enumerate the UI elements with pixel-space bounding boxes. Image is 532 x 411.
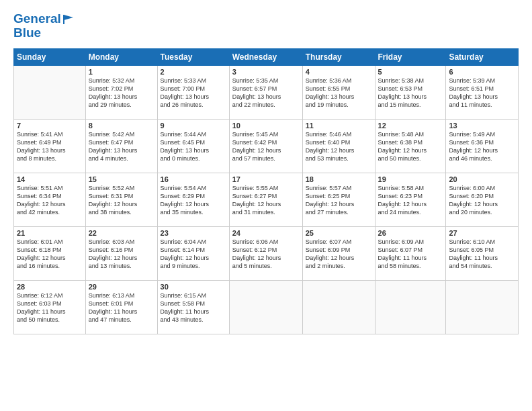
day-number: 22 (89, 229, 154, 237)
day-number: 26 (378, 229, 443, 237)
calendar-table: SundayMondayTuesdayWednesdayThursdayFrid… (13, 48, 519, 334)
calendar-cell (229, 280, 302, 334)
calendar-cell: 12Sunrise: 5:48 AM Sunset: 6:38 PM Dayli… (375, 119, 446, 173)
calendar-cell: 27Sunrise: 6:10 AM Sunset: 6:05 PM Dayli… (446, 226, 519, 280)
day-info: Sunrise: 6:03 AM Sunset: 6:16 PM Dayligh… (89, 238, 154, 271)
day-info: Sunrise: 5:41 AM Sunset: 6:49 PM Dayligh… (17, 130, 83, 163)
weekday-saturday: Saturday (446, 48, 519, 65)
day-number: 20 (449, 175, 515, 183)
day-info: Sunrise: 5:51 AM Sunset: 6:34 PM Dayligh… (17, 184, 83, 217)
day-info: Sunrise: 6:07 AM Sunset: 6:09 PM Dayligh… (306, 238, 372, 271)
day-info: Sunrise: 5:52 AM Sunset: 6:31 PM Dayligh… (89, 184, 154, 217)
calendar-cell: 21Sunrise: 6:01 AM Sunset: 6:18 PM Dayli… (14, 226, 86, 280)
calendar-cell: 24Sunrise: 6:06 AM Sunset: 6:12 PM Dayli… (229, 226, 302, 280)
day-info: Sunrise: 5:48 AM Sunset: 6:38 PM Dayligh… (378, 130, 443, 163)
day-info: Sunrise: 5:58 AM Sunset: 6:23 PM Dayligh… (378, 184, 443, 217)
day-number: 2 (161, 68, 226, 76)
day-info: Sunrise: 5:35 AM Sunset: 6:57 PM Dayligh… (232, 77, 300, 109)
calendar-cell (14, 65, 86, 119)
day-info: Sunrise: 6:15 AM Sunset: 5:58 PM Dayligh… (161, 291, 226, 324)
calendar-cell: 4Sunrise: 5:36 AM Sunset: 6:55 PM Daylig… (302, 65, 375, 119)
calendar-cell: 16Sunrise: 5:54 AM Sunset: 6:29 PM Dayli… (157, 173, 229, 226)
calendar-cell: 13Sunrise: 5:49 AM Sunset: 6:36 PM Dayli… (446, 119, 519, 173)
calendar-cell: 17Sunrise: 5:55 AM Sunset: 6:27 PM Dayli… (229, 173, 302, 226)
header: General Blue (13, 12, 519, 40)
day-number: 14 (17, 175, 83, 183)
day-info: Sunrise: 5:38 AM Sunset: 6:53 PM Dayligh… (378, 77, 443, 109)
weekday-friday: Friday (375, 48, 446, 65)
day-number: 7 (17, 122, 83, 130)
calendar-cell: 6Sunrise: 5:39 AM Sunset: 6:51 PM Daylig… (446, 65, 519, 119)
day-number: 24 (232, 229, 300, 237)
day-number: 10 (232, 122, 300, 130)
day-info: Sunrise: 6:13 AM Sunset: 6:01 PM Dayligh… (89, 291, 154, 324)
day-info: Sunrise: 5:39 AM Sunset: 6:51 PM Dayligh… (449, 77, 515, 109)
day-number: 16 (161, 175, 226, 183)
day-number: 11 (306, 122, 372, 130)
calendar-cell (302, 280, 375, 334)
day-info: Sunrise: 5:54 AM Sunset: 6:29 PM Dayligh… (161, 184, 226, 217)
day-info: Sunrise: 6:04 AM Sunset: 6:14 PM Dayligh… (161, 238, 226, 271)
calendar-cell: 10Sunrise: 5:45 AM Sunset: 6:42 PM Dayli… (229, 119, 302, 173)
day-number: 1 (89, 68, 154, 76)
day-number: 8 (89, 122, 154, 130)
day-info: Sunrise: 6:01 AM Sunset: 6:18 PM Dayligh… (17, 238, 83, 271)
week-row-4: 28Sunrise: 6:12 AM Sunset: 6:03 PM Dayli… (14, 280, 519, 334)
weekday-header-row: SundayMondayTuesdayWednesdayThursdayFrid… (14, 48, 519, 65)
week-row-1: 7Sunrise: 5:41 AM Sunset: 6:49 PM Daylig… (14, 119, 519, 173)
calendar-cell: 2Sunrise: 5:33 AM Sunset: 7:00 PM Daylig… (157, 65, 229, 119)
calendar-cell: 5Sunrise: 5:38 AM Sunset: 6:53 PM Daylig… (375, 65, 446, 119)
day-number: 21 (17, 229, 83, 237)
calendar-cell: 23Sunrise: 6:04 AM Sunset: 6:14 PM Dayli… (157, 226, 229, 280)
calendar-cell (446, 280, 519, 334)
calendar-cell: 3Sunrise: 5:35 AM Sunset: 6:57 PM Daylig… (229, 65, 302, 119)
day-number: 18 (306, 175, 372, 183)
day-number: 17 (232, 175, 300, 183)
calendar-cell: 25Sunrise: 6:07 AM Sunset: 6:09 PM Dayli… (302, 226, 375, 280)
page: General Blue SundayMondayTuesdayWednesda… (0, 0, 532, 411)
weekday-monday: Monday (85, 48, 157, 65)
day-number: 5 (378, 68, 443, 76)
calendar-cell: 20Sunrise: 6:00 AM Sunset: 6:20 PM Dayli… (446, 173, 519, 226)
logo-flag-icon (62, 14, 75, 25)
day-info: Sunrise: 5:45 AM Sunset: 6:42 PM Dayligh… (232, 130, 300, 163)
day-info: Sunrise: 5:44 AM Sunset: 6:45 PM Dayligh… (161, 130, 226, 163)
calendar-cell (375, 280, 446, 334)
calendar-cell: 1Sunrise: 5:32 AM Sunset: 7:02 PM Daylig… (85, 65, 157, 119)
day-number: 6 (449, 68, 515, 76)
week-row-3: 21Sunrise: 6:01 AM Sunset: 6:18 PM Dayli… (14, 226, 519, 280)
week-row-0: 1Sunrise: 5:32 AM Sunset: 7:02 PM Daylig… (14, 65, 519, 119)
day-info: Sunrise: 5:55 AM Sunset: 6:27 PM Dayligh… (232, 184, 300, 217)
logo: General Blue (13, 12, 75, 40)
day-number: 23 (161, 229, 226, 237)
day-number: 4 (306, 68, 372, 76)
calendar-cell: 7Sunrise: 5:41 AM Sunset: 6:49 PM Daylig… (14, 119, 86, 173)
day-number: 25 (306, 229, 372, 237)
calendar-cell: 15Sunrise: 5:52 AM Sunset: 6:31 PM Dayli… (85, 173, 157, 226)
day-number: 9 (161, 122, 226, 130)
calendar-cell: 14Sunrise: 5:51 AM Sunset: 6:34 PM Dayli… (14, 173, 86, 226)
day-info: Sunrise: 5:49 AM Sunset: 6:36 PM Dayligh… (449, 130, 515, 163)
day-number: 13 (449, 122, 515, 130)
day-info: Sunrise: 6:09 AM Sunset: 6:07 PM Dayligh… (378, 238, 443, 271)
calendar-cell: 19Sunrise: 5:58 AM Sunset: 6:23 PM Dayli… (375, 173, 446, 226)
day-number: 12 (378, 122, 443, 130)
day-info: Sunrise: 5:36 AM Sunset: 6:55 PM Dayligh… (306, 77, 372, 109)
weekday-wednesday: Wednesday (229, 48, 302, 65)
day-number: 27 (449, 229, 515, 237)
calendar-cell: 8Sunrise: 5:42 AM Sunset: 6:47 PM Daylig… (85, 119, 157, 173)
calendar-cell: 30Sunrise: 6:15 AM Sunset: 5:58 PM Dayli… (157, 280, 229, 334)
svg-marker-0 (64, 15, 73, 20)
weekday-tuesday: Tuesday (157, 48, 229, 65)
day-number: 30 (161, 283, 226, 291)
day-info: Sunrise: 5:57 AM Sunset: 6:25 PM Dayligh… (306, 184, 372, 217)
weekday-thursday: Thursday (302, 48, 375, 65)
day-info: Sunrise: 6:00 AM Sunset: 6:20 PM Dayligh… (449, 184, 515, 217)
day-info: Sunrise: 5:46 AM Sunset: 6:40 PM Dayligh… (306, 130, 372, 163)
day-number: 3 (232, 68, 300, 76)
day-info: Sunrise: 6:06 AM Sunset: 6:12 PM Dayligh… (232, 238, 300, 271)
logo-blue: Blue (13, 26, 75, 40)
day-info: Sunrise: 6:12 AM Sunset: 6:03 PM Dayligh… (17, 291, 83, 324)
calendar-cell: 29Sunrise: 6:13 AM Sunset: 6:01 PM Dayli… (85, 280, 157, 334)
day-info: Sunrise: 5:32 AM Sunset: 7:02 PM Dayligh… (89, 77, 154, 109)
